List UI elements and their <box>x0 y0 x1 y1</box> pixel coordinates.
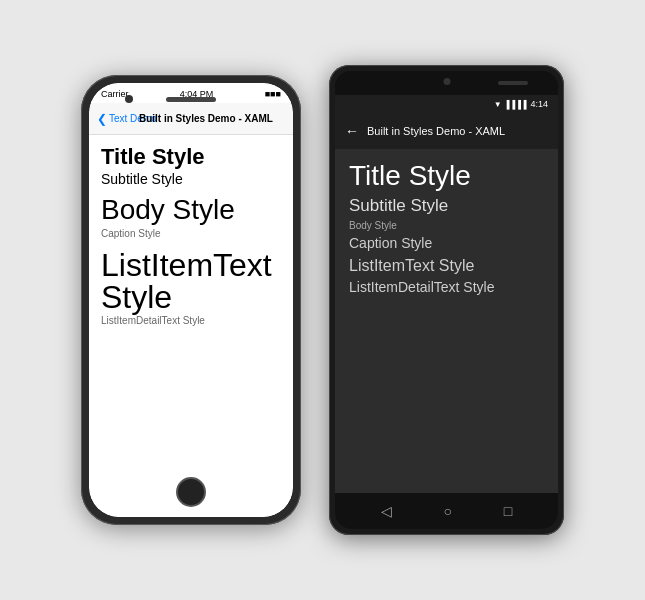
android-home-nav[interactable]: ○ <box>444 503 452 519</box>
android-toolbar-title: Built in Styles Demo - XAML <box>367 125 505 137</box>
ios-content: Title Style Subtitle Style Body Style Ca… <box>89 135 293 517</box>
android-top-bar <box>335 71 558 95</box>
ios-subtitle-style: Subtitle Style <box>101 171 281 187</box>
android-subtitle-style: Subtitle Style <box>349 196 544 216</box>
android-screen: ▼ ▐▐▐▐ 4:14 ← Built in Styles Demo - XAM… <box>335 95 558 529</box>
android-toolbar: ← Built in Styles Demo - XAML <box>335 113 558 149</box>
ios-screen: Carrier 4:04 PM ■■■ ❮ Text Demo Built in… <box>89 83 293 517</box>
android-time: 4:14 <box>530 99 548 109</box>
android-body-style: Body Style <box>349 220 544 231</box>
android-phone: ▼ ▐▐▐▐ 4:14 ← Built in Styles Demo - XAM… <box>329 65 564 535</box>
android-camera <box>443 78 450 85</box>
ios-phone: Carrier 4:04 PM ■■■ ❮ Text Demo Built in… <box>81 75 301 525</box>
android-back-button[interactable]: ← <box>345 123 359 139</box>
ios-title-style: Title Style <box>101 145 281 169</box>
ios-status-icons: ■■■ <box>265 89 281 99</box>
ios-back-chevron: ❮ <box>97 112 107 126</box>
ios-nav-title: Built in Styles Demo - XAML <box>127 113 285 124</box>
ios-listitemdetail-style: ListItemDetailText Style <box>101 315 281 326</box>
ios-home-button[interactable] <box>176 477 206 507</box>
ios-nav-bar: ❮ Text Demo Built in Styles Demo - XAML <box>89 103 293 135</box>
android-status-icons: ▼ ▐▐▐▐ <box>494 100 527 109</box>
ios-caption-style: Caption Style <box>101 228 281 239</box>
ios-camera <box>125 95 133 103</box>
android-bottom-bar: ◁ ○ □ <box>335 493 558 529</box>
android-listitemdetail-style: ListItemDetailText Style <box>349 279 544 295</box>
android-title-style: Title Style <box>349 161 544 192</box>
android-status-bar: ▼ ▐▐▐▐ 4:14 <box>335 95 558 113</box>
ios-body-style: Body Style <box>101 195 281 226</box>
android-listitemtext-style: ListItemText Style <box>349 257 544 275</box>
android-recent-nav[interactable]: □ <box>504 503 512 519</box>
android-content: Title Style Subtitle Style Body Style Ca… <box>335 149 558 493</box>
ios-listitemtext-style: ListItemText Style <box>101 249 281 313</box>
ios-speaker <box>166 97 216 102</box>
android-signal-icon: ▼ ▐▐▐▐ <box>494 100 527 109</box>
android-caption-style: Caption Style <box>349 235 544 251</box>
ios-battery: ■■■ <box>265 89 281 99</box>
phones-container: Carrier 4:04 PM ■■■ ❮ Text Demo Built in… <box>61 45 584 555</box>
android-speaker <box>498 81 528 85</box>
android-back-nav[interactable]: ◁ <box>381 503 392 519</box>
